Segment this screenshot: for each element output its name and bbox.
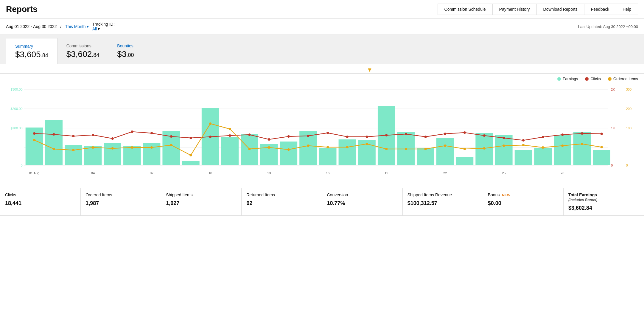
bar-day23 [456, 157, 474, 165]
ordered-dot-7 [150, 146, 153, 149]
bar-day17 [339, 139, 356, 165]
ordered-dot-3 [72, 149, 74, 151]
tab-summary[interactable]: Summary $3,605.84 [6, 38, 57, 64]
nav-payment-history[interactable]: Payment History [493, 4, 537, 15]
ordered-items-dot [608, 77, 612, 81]
clicks-dot-17 [346, 136, 349, 138]
chart-legend: Earnings Clicks Ordered Items [6, 77, 638, 81]
clicks-dot-30 [601, 133, 603, 135]
legend-ordered-items: Ordered Items [608, 77, 638, 81]
ordered-dot-15 [307, 144, 309, 147]
clicks-dot-6 [131, 130, 133, 133]
stats-shipped-revenue: Shipped Items Revenue $100,312.57 [403, 188, 483, 216]
bar-day26 [515, 150, 532, 165]
svg-text:22: 22 [443, 171, 447, 175]
tab-bounties-value: $3.00 [117, 49, 134, 59]
tab-indicator: ▼ [0, 64, 644, 73]
bar-day2 [45, 120, 63, 165]
ordered-dot-22 [444, 144, 446, 147]
stats-ordered-items-header: Ordered Items [85, 192, 156, 197]
stats-clicks-header: Clicks [5, 192, 76, 197]
svg-text:2K: 2K [611, 88, 615, 91]
chart-container: $300.00 $200.00 $100.00 0 2K 1K 0 300 20… [6, 83, 638, 185]
bonus-new-badge: NEW [502, 193, 510, 197]
tab-bounties[interactable]: Bounties $3.00 [108, 38, 143, 64]
clicks-dot-20 [405, 133, 407, 135]
clicks-dot-11 [229, 134, 231, 137]
stats-returned-items: Returned Items 92 [242, 188, 322, 216]
svg-text:$100.00: $100.00 [10, 126, 22, 130]
stats-conversion-value: 10.77% [327, 200, 398, 206]
chevron-down-icon: ▾ [87, 24, 89, 29]
chart-svg: $300.00 $200.00 $100.00 0 2K 1K 0 300 20… [6, 83, 638, 185]
svg-text:300: 300 [626, 88, 632, 91]
svg-text:07: 07 [150, 171, 153, 175]
svg-text:04: 04 [91, 171, 95, 175]
clicks-dot-19 [385, 134, 388, 136]
bar-day6 [123, 146, 141, 165]
bar-day25 [495, 135, 513, 165]
svg-text:$200.00: $200.00 [10, 107, 22, 111]
tab-commissions[interactable]: Commissions $3,602.84 [57, 38, 108, 64]
ordered-dot-1 [33, 139, 35, 141]
ordered-dot-2 [53, 148, 55, 150]
top-navigation: Commission Schedule Payment History Down… [438, 4, 638, 15]
earnings-dot [557, 77, 561, 81]
clicks-dot-18 [366, 136, 368, 138]
bar-day3 [65, 145, 82, 165]
ordered-dot-30 [601, 146, 603, 148]
clicks-dot-2 [53, 133, 55, 136]
nav-help[interactable]: Help [616, 4, 638, 15]
clicks-dot-1 [33, 132, 35, 135]
ordered-items-label: Ordered Items [613, 77, 638, 81]
clicks-dot-28 [561, 133, 564, 136]
ordered-dot-9 [189, 154, 192, 156]
svg-text:19: 19 [385, 171, 388, 175]
bar-day14 [280, 142, 298, 165]
clicks-dot-27 [542, 136, 544, 138]
tab-commissions-value: $3,602.84 [66, 49, 99, 59]
ordered-dot-24 [483, 147, 486, 150]
ordered-dot-27 [542, 146, 544, 149]
tab-summary-label: Summary [15, 44, 48, 49]
stats-ordered-items: Ordered Items 1,987 [81, 188, 161, 216]
nav-commission-schedule[interactable]: Commission Schedule [438, 4, 493, 15]
stats-total-earnings-value: $3,602.84 [568, 205, 639, 211]
clicks-dot-9 [189, 137, 192, 139]
clicks-dot-14 [287, 135, 290, 138]
clicks-dot-7 [150, 132, 153, 134]
ordered-dot-13 [268, 146, 270, 149]
clicks-line [34, 132, 602, 140]
nav-feedback[interactable]: Feedback [584, 4, 616, 15]
stats-shipped-items-value: 1,927 [166, 200, 237, 206]
nav-download-reports[interactable]: Download Reports [537, 4, 584, 15]
toolbar-left: Aug 01 2022 - Aug 30 2022 / This Month ▾… [6, 22, 115, 31]
clicks-dot-22 [444, 133, 446, 135]
svg-text:0: 0 [611, 164, 613, 167]
svg-text:1K: 1K [611, 126, 615, 130]
tracking-id-dropdown[interactable]: All ▾ [92, 27, 100, 31]
earnings-label: Earnings [563, 77, 578, 81]
clicks-dot-15 [307, 135, 309, 137]
svg-text:0: 0 [626, 164, 628, 167]
stats-bonus-value: $0.00 [488, 200, 559, 206]
ordered-dot-6 [131, 146, 133, 149]
bar-day9 [182, 161, 200, 165]
stats-clicks: Clicks 18,441 [0, 188, 81, 216]
selected-tab-arrow: ▼ [367, 66, 373, 73]
svg-text:10: 10 [209, 171, 212, 175]
stats-returned-items-value: 92 [246, 200, 317, 206]
this-month-button[interactable]: This Month ▾ [65, 24, 88, 29]
legend-earnings: Earnings [557, 77, 578, 81]
tracking-id-label: Tracking ID: All ▾ [92, 22, 115, 31]
stats-shipped-items-header: Shipped Items [166, 192, 237, 197]
bar-day11 [221, 137, 239, 165]
clicks-dot-12 [248, 133, 251, 136]
ordered-dot-11 [229, 128, 231, 130]
stats-bonus-header: Bonus NEW [488, 192, 559, 197]
clicks-dot-16 [326, 132, 329, 134]
bar-day4 [84, 146, 102, 165]
svg-text:13: 13 [267, 171, 271, 175]
tab-commissions-label: Commissions [66, 43, 99, 48]
clicks-dot-13 [268, 138, 270, 141]
